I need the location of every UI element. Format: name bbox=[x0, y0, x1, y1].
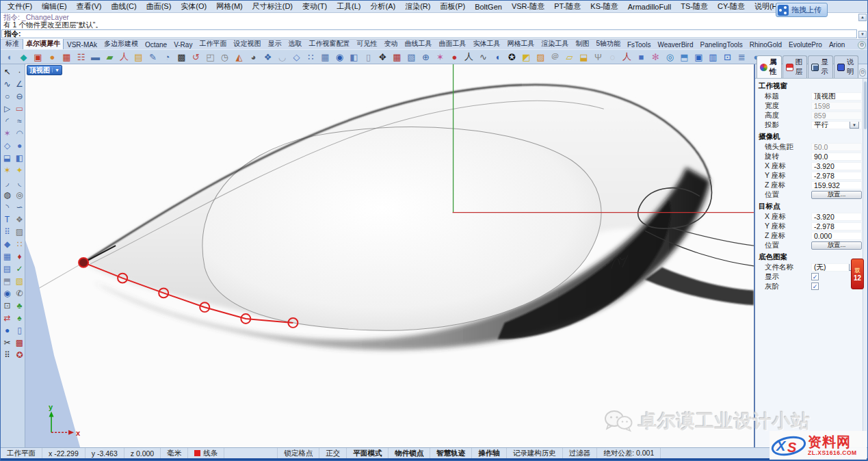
phone-icon[interactable]: ✆ bbox=[14, 287, 25, 299]
status-toggle[interactable]: 智慧轨迹 bbox=[430, 448, 472, 458]
ball-icon[interactable]: ● bbox=[1, 324, 13, 336]
command-scrollbar[interactable]: ▲ ▼ bbox=[858, 14, 867, 38]
check-icon[interactable]: ✓ bbox=[14, 263, 25, 274]
boolean-union-icon[interactable]: ◍ bbox=[1, 189, 13, 200]
pencil-doc-icon[interactable]: ✎ bbox=[147, 51, 159, 63]
panel-tab-help[interactable]: 说明 bbox=[834, 55, 859, 78]
menubar-item[interactable]: 实体(O) bbox=[176, 1, 211, 12]
freeform-icon[interactable]: ≈ bbox=[14, 115, 25, 127]
hatch-icon[interactable]: ▨ bbox=[14, 226, 25, 237]
panel-row-value[interactable]: 159.932 bbox=[811, 181, 862, 189]
panel-row-value[interactable]: 0.000 bbox=[811, 232, 862, 240]
toolbar-tab[interactable]: WeaverBird bbox=[654, 40, 696, 49]
pacman-icon[interactable]: ◖ bbox=[492, 51, 503, 63]
toolbar-tab[interactable]: 曲线工具 bbox=[401, 38, 435, 49]
menubar-item[interactable]: 渲染(R) bbox=[400, 1, 435, 12]
dot-grid-icon[interactable]: ∷ bbox=[305, 51, 317, 63]
toolbar-tab[interactable]: Octane bbox=[142, 40, 170, 49]
loop-arrow-icon[interactable]: ↺ bbox=[190, 51, 202, 63]
checkbox[interactable]: ✓ bbox=[811, 282, 819, 290]
s-curve-icon[interactable]: ∿ bbox=[477, 51, 489, 63]
status-toggle[interactable]: 平面模式 bbox=[347, 448, 389, 458]
fillet-icon[interactable]: ◞ bbox=[1, 176, 13, 188]
menubar-item[interactable]: 尺寸标注(D) bbox=[248, 1, 298, 12]
rainbow-layers-icon[interactable]: ▤ bbox=[133, 51, 144, 63]
curve-net-icon[interactable]: ✶ bbox=[1, 127, 13, 139]
menubar-item[interactable]: 变动(T) bbox=[298, 1, 332, 12]
menubar-item[interactable]: KS-随意 bbox=[586, 1, 622, 12]
viewport[interactable]: 顶视图 ▼ bbox=[25, 64, 754, 447]
snow-icon[interactable]: ✻ bbox=[650, 51, 661, 63]
status-segment[interactable]: x -22.299 bbox=[42, 448, 86, 458]
toolbar-tab[interactable]: V-Ray bbox=[170, 40, 196, 49]
toolbar-tab[interactable]: RhinoGold bbox=[746, 40, 785, 49]
chamfer-icon[interactable]: ◟ bbox=[14, 176, 25, 188]
scissors-icon[interactable]: ✂ bbox=[1, 337, 13, 348]
timer-icon[interactable]: ◕ bbox=[248, 51, 259, 63]
status-toggle[interactable]: 物件锁点 bbox=[389, 448, 430, 458]
green-book-icon[interactable]: ▰ bbox=[104, 51, 116, 63]
scroll-down-icon[interactable]: ▼ bbox=[858, 31, 867, 38]
bag-icon[interactable]: ⬒ bbox=[1, 275, 13, 287]
toolbar-tab[interactable]: 制图 bbox=[572, 38, 592, 49]
ghost-icon[interactable]: ◌ bbox=[607, 51, 618, 63]
menubar-item[interactable]: CY-随意 bbox=[713, 1, 750, 12]
figure-icon[interactable]: 人 bbox=[463, 51, 475, 63]
menubar-item[interactable]: TS-随意 bbox=[676, 1, 713, 12]
menubar-item[interactable]: 曲线(C) bbox=[106, 1, 141, 12]
toolbar-tab[interactable]: 工作视窗配置 bbox=[305, 38, 353, 49]
drag-upload-button[interactable]: 拖拽上传 bbox=[776, 3, 828, 17]
grid-icon[interactable]: ▦ bbox=[1, 250, 13, 262]
nodes-icon[interactable]: ❖ bbox=[14, 213, 25, 225]
menubar-item[interactable]: 查看(V) bbox=[72, 1, 107, 12]
viewport-title-chip[interactable]: 顶视图 ▼ bbox=[27, 65, 62, 75]
swirl2-icon[interactable]: ◉ bbox=[1, 287, 13, 299]
arrow-note-icon[interactable]: ◭ bbox=[233, 51, 245, 63]
polyline-icon[interactable]: ∠ bbox=[14, 78, 25, 90]
rectangle-icon[interactable]: ▭ bbox=[14, 103, 25, 114]
status-segment[interactable]: 毫米 bbox=[161, 448, 188, 458]
bomb-icon[interactable]: ✪ bbox=[506, 51, 518, 63]
boolean-diff-icon[interactable]: ◎ bbox=[14, 189, 25, 200]
frame2-icon[interactable]: ▣ bbox=[693, 51, 705, 63]
ball-string-icon[interactable]: ◔ bbox=[161, 51, 173, 63]
toolbar-tab[interactable]: 渲染工具 bbox=[538, 38, 572, 49]
toolbar-tab[interactable]: EvolutePro bbox=[785, 40, 826, 49]
toolbar-tab[interactable]: 标准 bbox=[2, 38, 23, 49]
ribbon-icon[interactable]: ✶ bbox=[434, 51, 446, 63]
sphere-icon[interactable]: ● bbox=[14, 140, 25, 151]
clock-icon[interactable]: ◷ bbox=[219, 51, 231, 63]
menubar-item[interactable]: BoltGen bbox=[470, 2, 507, 12]
panel-options-gear-icon[interactable]: ⚙ bbox=[859, 68, 866, 77]
panel-row-value[interactable]: 平行▼ bbox=[811, 121, 862, 129]
menubar-item[interactable]: 面板(P) bbox=[435, 1, 470, 12]
knot-icon[interactable]: ✪ bbox=[14, 349, 25, 360]
tape-icon[interactable]: ⊡ bbox=[1, 300, 13, 311]
circle-icon[interactable]: ○ bbox=[1, 90, 13, 102]
arc2-icon[interactable]: ◝ bbox=[1, 201, 13, 213]
checkbox[interactable]: ✓ bbox=[811, 273, 819, 280]
menubar-item[interactable]: VSR-随意 bbox=[507, 1, 549, 12]
panel-icon[interactable]: ▥ bbox=[707, 51, 719, 63]
hazard-square-icon[interactable]: ◩ bbox=[521, 51, 532, 63]
cube-user-icon[interactable]: ◧ bbox=[348, 51, 360, 63]
menubar-item[interactable]: 编辑(E) bbox=[37, 1, 72, 12]
weave-icon[interactable]: ▩ bbox=[14, 337, 25, 348]
toolbar-tab[interactable]: VSR-MAk bbox=[64, 40, 101, 49]
note-icon[interactable]: ▱ bbox=[564, 51, 575, 63]
checker-map-icon[interactable]: ▦ bbox=[61, 51, 73, 63]
menubar-item[interactable]: 工具(L) bbox=[332, 1, 365, 12]
chevron-down-icon[interactable]: ▼ bbox=[52, 68, 60, 73]
menubar-item[interactable]: 曲面(S) bbox=[142, 1, 176, 12]
paint-icon[interactable]: ▧ bbox=[14, 275, 25, 287]
move-cross-icon[interactable]: ✥ bbox=[377, 51, 389, 63]
toolbar-tab[interactable]: 曲面工具 bbox=[435, 38, 469, 49]
panel-tab-properties[interactable]: 属性 bbox=[757, 55, 782, 78]
red-ball-icon[interactable]: ● bbox=[449, 51, 460, 63]
toolbar-tab[interactable]: 实体工具 bbox=[469, 38, 503, 49]
toolbar-tab[interactable]: PanelingTools bbox=[696, 40, 746, 49]
status-segment[interactable]: 工作平面 bbox=[1, 448, 42, 458]
status-segment[interactable]: y -3.463 bbox=[86, 448, 124, 458]
fork-node-icon[interactable]: Ψ bbox=[592, 51, 604, 63]
diamond-icon[interactable]: ◇ bbox=[291, 51, 302, 63]
